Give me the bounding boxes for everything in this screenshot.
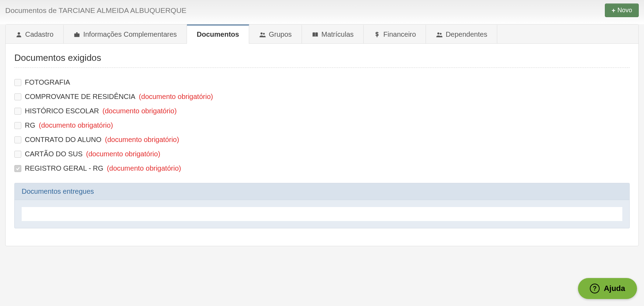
document-checkbox[interactable] [14, 79, 21, 86]
document-name: HISTÓRICO ESCOLAR [25, 107, 99, 115]
tab-label: Grupos [269, 30, 292, 38]
document-item: HISTÓRICO ESCOLAR(documento obrigatório) [14, 107, 630, 115]
tab-documentos[interactable]: Documentos [187, 24, 249, 43]
document-item: CONTRATO DO ALUNO(documento obrigatório) [14, 136, 630, 144]
svg-point-0 [18, 32, 20, 35]
section-divider [14, 67, 630, 68]
tab-content: Documentos exigidos FOTOGRAFIACOMPROVANT… [6, 44, 638, 246]
dollar-icon [374, 31, 381, 38]
required-tag: (documento obrigatório) [105, 136, 179, 144]
document-checkbox[interactable] [14, 136, 21, 143]
required-tag: (documento obrigatório) [102, 107, 176, 115]
svg-point-6 [440, 33, 442, 35]
svg-rect-1 [74, 33, 80, 37]
svg-point-3 [263, 33, 265, 35]
document-checkbox[interactable] [14, 108, 21, 115]
required-tag: (documento obrigatório) [139, 93, 213, 101]
user-icon [15, 31, 22, 38]
main-panel: CadastroInformações ComplementaresDocume… [5, 24, 639, 246]
document-checkbox[interactable] [14, 93, 21, 100]
new-button[interactable]: + Novo [605, 3, 639, 17]
tab-label: Documentos [197, 30, 239, 38]
svg-point-2 [261, 32, 263, 34]
document-item: REGISTRO GERAL - RG(documento obrigatóri… [14, 164, 630, 172]
delivered-documents-panel: Documentos entregues [14, 183, 630, 228]
header-bar: Documentos de TARCIANE ALMEIDA ALBUQUERQ… [0, 0, 644, 24]
delivered-documents-title: Documentos entregues [15, 183, 629, 200]
document-item: CARTÃO DO SUS(documento obrigatório) [14, 150, 630, 158]
document-checkbox[interactable] [14, 151, 21, 158]
tab-label: Matrículas [321, 30, 354, 38]
document-name: FOTOGRAFIA [25, 78, 70, 86]
book-icon [312, 31, 319, 38]
document-name: REGISTRO GERAL - RG [25, 164, 103, 172]
document-checkbox[interactable] [14, 165, 21, 172]
section-title: Documentos exigidos [14, 52, 630, 63]
users-icon [436, 31, 443, 38]
new-button-label: Novo [617, 7, 632, 14]
document-item: COMPROVANTE DE RESIDÊNCIA(documento obri… [14, 93, 630, 101]
required-tag: (documento obrigatório) [86, 150, 160, 158]
delivered-documents-body [22, 207, 622, 221]
tab-informacoes-complementares[interactable]: Informações Complementares [64, 24, 187, 43]
tab-label: Dependentes [446, 30, 487, 38]
required-tag: (documento obrigatório) [39, 121, 113, 129]
document-item: RG(documento obrigatório) [14, 121, 630, 129]
document-checkbox[interactable] [14, 122, 21, 129]
page-title: Documentos de TARCIANE ALMEIDA ALBUQUERQ… [5, 6, 187, 15]
document-name: COMPROVANTE DE RESIDÊNCIA [25, 93, 135, 101]
tab-dependentes[interactable]: Dependentes [426, 24, 497, 43]
document-item: FOTOGRAFIA [14, 78, 630, 86]
plus-icon: + [612, 7, 615, 14]
tab-cadastro[interactable]: Cadastro [6, 24, 64, 43]
required-documents-list: FOTOGRAFIACOMPROVANTE DE RESIDÊNCIA(docu… [14, 78, 630, 172]
document-name: CARTÃO DO SUS [25, 150, 82, 158]
tab-grupos[interactable]: Grupos [249, 24, 302, 43]
tab-matriculas[interactable]: Matrículas [302, 24, 364, 43]
users-icon [259, 31, 266, 38]
tab-label: Informações Complementares [83, 30, 177, 38]
briefcase-icon [73, 31, 80, 38]
required-tag: (documento obrigatório) [107, 164, 181, 172]
tab-bar: CadastroInformações ComplementaresDocume… [6, 24, 638, 44]
tab-label: Cadastro [25, 30, 53, 38]
svg-point-5 [437, 32, 440, 34]
tab-financeiro[interactable]: Financeiro [364, 24, 426, 43]
tab-label: Financeiro [383, 30, 416, 38]
document-name: RG [25, 121, 35, 129]
document-name: CONTRATO DO ALUNO [25, 136, 101, 144]
